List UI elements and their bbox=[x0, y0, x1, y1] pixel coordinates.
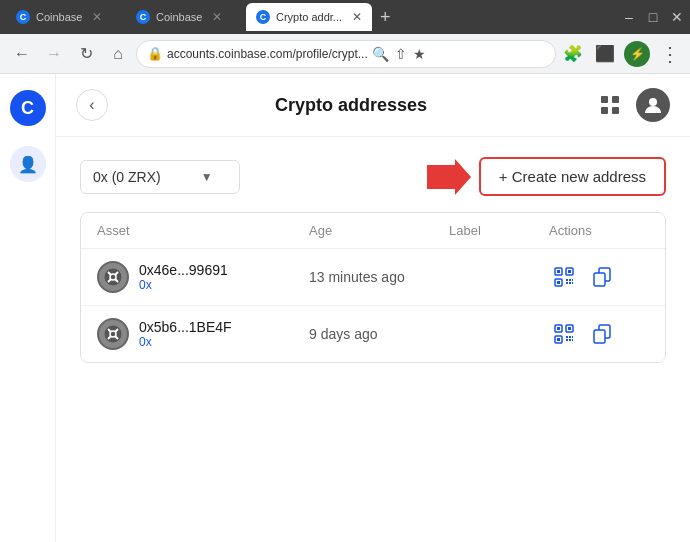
svg-rect-2 bbox=[601, 107, 608, 114]
svg-rect-21 bbox=[572, 282, 573, 284]
actions-cell-1 bbox=[549, 262, 649, 292]
tab-3[interactable]: C Crypto addr... ✕ bbox=[246, 3, 372, 31]
close-button[interactable]: ✕ bbox=[670, 10, 684, 24]
svg-rect-23 bbox=[594, 273, 605, 286]
minimize-button[interactable]: – bbox=[622, 10, 636, 24]
svg-rect-37 bbox=[569, 339, 571, 341]
back-nav-button[interactable]: ← bbox=[8, 40, 36, 68]
svg-rect-16 bbox=[566, 279, 568, 281]
svg-rect-34 bbox=[566, 336, 568, 338]
zoom-icon[interactable]: 🔍 bbox=[372, 46, 389, 62]
svg-point-9 bbox=[110, 274, 116, 280]
svg-marker-5 bbox=[427, 159, 471, 195]
qr-code-button-1[interactable] bbox=[549, 262, 579, 292]
column-header-age: Age bbox=[309, 223, 449, 238]
svg-rect-18 bbox=[566, 282, 568, 284]
qr-icon-2 bbox=[553, 323, 575, 345]
create-new-address-button[interactable]: + Create new address bbox=[479, 157, 666, 196]
share-icon[interactable]: ⇧ bbox=[395, 46, 407, 62]
svg-rect-17 bbox=[569, 279, 571, 281]
svg-rect-29 bbox=[557, 327, 560, 330]
actions-cell-2 bbox=[549, 319, 649, 349]
svg-rect-15 bbox=[557, 281, 560, 284]
controls-row: 0x (0 ZRX) ▼ + Create new address bbox=[80, 157, 666, 196]
forward-nav-button[interactable]: → bbox=[40, 40, 68, 68]
menu-icon[interactable]: ⋮ bbox=[656, 41, 682, 67]
tab-3-close[interactable]: ✕ bbox=[352, 10, 362, 24]
zrx-icon-2 bbox=[103, 324, 123, 344]
address-text-2: 0x5b6...1BE4F bbox=[139, 319, 232, 335]
tab-2-label: Coinbase bbox=[156, 11, 202, 23]
profile-toggle-icon[interactable]: ⬛ bbox=[592, 41, 618, 67]
svg-rect-3 bbox=[612, 107, 619, 114]
top-bar: ‹ Crypto addresses bbox=[56, 74, 690, 137]
create-button-wrapper: + Create new address bbox=[427, 157, 666, 196]
asset-cell-2: 0x5b6...1BE4F 0x bbox=[97, 318, 309, 350]
svg-point-27 bbox=[110, 331, 116, 337]
coinbase-logo[interactable]: C bbox=[10, 90, 46, 126]
copy-icon-1 bbox=[592, 267, 612, 287]
extensions-icon[interactable]: 🧩 bbox=[560, 41, 586, 67]
back-chevron-icon: ‹ bbox=[89, 96, 94, 114]
tab-2[interactable]: C Coinbase ✕ bbox=[126, 3, 246, 31]
svg-rect-36 bbox=[566, 339, 568, 341]
svg-rect-39 bbox=[572, 339, 573, 341]
grid-icon bbox=[600, 95, 620, 115]
svg-rect-31 bbox=[568, 327, 571, 330]
copy-button-1[interactable] bbox=[587, 262, 617, 292]
tab-2-favicon: C bbox=[136, 10, 150, 24]
url-text: accounts.coinbase.com/profile/crypt... bbox=[167, 47, 368, 61]
column-header-label: Label bbox=[449, 223, 549, 238]
arrow-icon bbox=[427, 159, 471, 195]
age-cell-1: 13 minutes ago bbox=[309, 269, 449, 285]
crypto-icon-2 bbox=[97, 318, 129, 350]
table-row: 0x46e...99691 0x 13 minutes ago bbox=[81, 249, 665, 306]
asset-cell-1: 0x46e...99691 0x bbox=[97, 261, 309, 293]
grid-view-button[interactable] bbox=[594, 89, 626, 121]
table-header: Asset Age Label Actions bbox=[81, 213, 665, 249]
address-sub-2: 0x bbox=[139, 335, 232, 349]
home-button[interactable]: ⌂ bbox=[104, 40, 132, 68]
browser-profile-avatar[interactable]: ⚡ bbox=[624, 41, 650, 67]
sidebar: C 👤 bbox=[0, 74, 56, 542]
reload-button[interactable]: ↻ bbox=[72, 40, 100, 68]
zrx-icon-1 bbox=[103, 267, 123, 287]
user-icon bbox=[643, 95, 663, 115]
tab-3-label: Crypto addr... bbox=[276, 11, 342, 23]
tab-3-favicon: C bbox=[256, 10, 270, 24]
tab-1-label: Coinbase bbox=[36, 11, 82, 23]
column-header-actions: Actions bbox=[549, 223, 649, 238]
svg-rect-1 bbox=[612, 96, 619, 103]
bookmark-icon[interactable]: ★ bbox=[413, 46, 426, 62]
red-arrow-icon bbox=[427, 159, 471, 195]
dropdown-label: 0x (0 ZRX) bbox=[93, 169, 161, 185]
svg-rect-41 bbox=[594, 330, 605, 343]
column-header-asset: Asset bbox=[97, 223, 309, 238]
svg-rect-38 bbox=[572, 336, 573, 338]
maximize-button[interactable]: □ bbox=[646, 10, 660, 24]
page-title: Crypto addresses bbox=[108, 95, 594, 116]
crypto-icon-1 bbox=[97, 261, 129, 293]
svg-rect-13 bbox=[568, 270, 571, 273]
content-area: 0x (0 ZRX) ▼ + Create new address bbox=[56, 137, 690, 542]
svg-rect-19 bbox=[569, 282, 571, 284]
qr-code-button-2[interactable] bbox=[549, 319, 579, 349]
sidebar-user-icon[interactable]: 👤 bbox=[10, 146, 46, 182]
svg-rect-33 bbox=[557, 338, 560, 341]
back-button[interactable]: ‹ bbox=[76, 89, 108, 121]
asset-dropdown[interactable]: 0x (0 ZRX) ▼ bbox=[80, 160, 240, 194]
copy-button-2[interactable] bbox=[587, 319, 617, 349]
tab-2-close[interactable]: ✕ bbox=[212, 10, 222, 24]
svg-rect-35 bbox=[569, 336, 571, 338]
addresses-table: Asset Age Label Actions bbox=[80, 212, 666, 363]
user-avatar-button[interactable] bbox=[636, 88, 670, 122]
address-bar[interactable]: 🔒 accounts.coinbase.com/profile/crypt...… bbox=[136, 40, 556, 68]
new-tab-button[interactable]: + bbox=[372, 7, 399, 28]
svg-rect-11 bbox=[557, 270, 560, 273]
copy-icon-2 bbox=[592, 324, 612, 344]
qr-icon-1 bbox=[553, 266, 575, 288]
tab-1-close[interactable]: ✕ bbox=[92, 10, 102, 24]
table-row: 0x5b6...1BE4F 0x 9 days ago bbox=[81, 306, 665, 362]
tab-1-favicon: C bbox=[16, 10, 30, 24]
tab-1[interactable]: C Coinbase ✕ bbox=[6, 3, 126, 31]
